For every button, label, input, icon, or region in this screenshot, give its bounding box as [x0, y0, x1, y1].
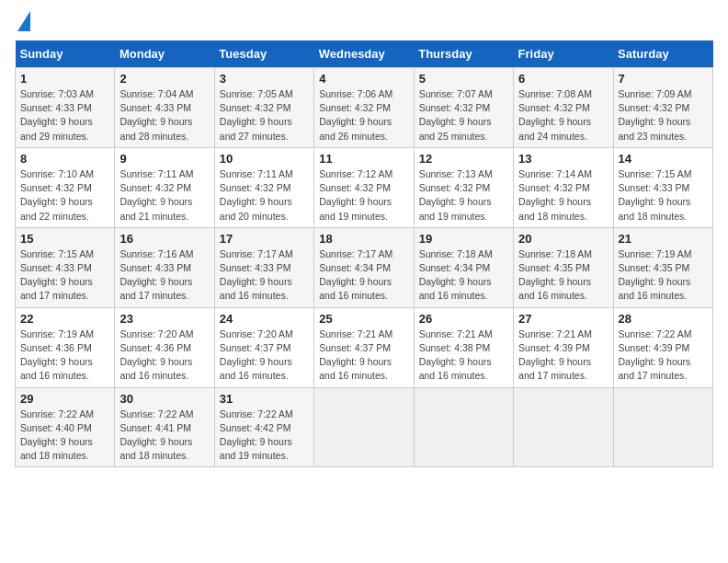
day-info: Sunrise: 7:21 AM Sunset: 4:37 PM Dayligh…	[319, 327, 408, 384]
day-info: Sunrise: 7:16 AM Sunset: 4:33 PM Dayligh…	[119, 247, 209, 304]
day-cell	[514, 387, 613, 467]
day-number: 7	[619, 72, 708, 86]
day-info: Sunrise: 7:17 AM Sunset: 4:34 PM Dayligh…	[319, 247, 408, 304]
header-cell-saturday: Saturday	[613, 40, 712, 68]
week-row-2: 8 Sunrise: 7:10 AM Sunset: 4:32 PM Dayli…	[16, 147, 713, 227]
day-number: 25	[319, 312, 408, 326]
day-info: Sunrise: 7:04 AM Sunset: 4:33 PM Dayligh…	[119, 87, 209, 144]
day-cell: 24 Sunrise: 7:20 AM Sunset: 4:37 PM Dayl…	[214, 307, 313, 387]
day-info: Sunrise: 7:15 AM Sunset: 4:33 PM Dayligh…	[20, 247, 109, 304]
day-info: Sunrise: 7:10 AM Sunset: 4:32 PM Dayligh…	[20, 167, 109, 224]
day-number: 29	[20, 392, 109, 406]
calendar-header: SundayMondayTuesdayWednesdayThursdayFrid…	[16, 40, 713, 68]
day-cell: 4 Sunrise: 7:06 AM Sunset: 4:32 PM Dayli…	[314, 68, 414, 148]
day-number: 22	[20, 312, 109, 326]
day-cell: 6 Sunrise: 7:08 AM Sunset: 4:32 PM Dayli…	[514, 68, 613, 148]
day-number: 17	[220, 232, 309, 246]
day-info: Sunrise: 7:22 AM Sunset: 4:40 PM Dayligh…	[20, 408, 109, 464]
day-number: 14	[619, 152, 708, 166]
day-cell: 9 Sunrise: 7:11 AM Sunset: 4:32 PM Dayli…	[115, 147, 214, 227]
day-number: 5	[419, 72, 508, 86]
day-info: Sunrise: 7:19 AM Sunset: 4:35 PM Dayligh…	[619, 247, 708, 304]
day-cell: 29 Sunrise: 7:22 AM Sunset: 4:40 PM Dayl…	[16, 387, 115, 467]
day-cell: 3 Sunrise: 7:05 AM Sunset: 4:32 PM Dayli…	[214, 68, 313, 148]
day-info: Sunrise: 7:03 AM Sunset: 4:33 PM Dayligh…	[20, 87, 109, 144]
day-info: Sunrise: 7:12 AM Sunset: 4:32 PM Dayligh…	[319, 167, 408, 224]
logo	[15, 15, 30, 31]
day-cell: 13 Sunrise: 7:14 AM Sunset: 4:32 PM Dayl…	[514, 147, 613, 227]
day-number: 26	[419, 312, 508, 326]
day-info: Sunrise: 7:17 AM Sunset: 4:33 PM Dayligh…	[220, 247, 309, 304]
header-cell-friday: Friday	[514, 40, 613, 68]
day-cell: 7 Sunrise: 7:09 AM Sunset: 4:32 PM Dayli…	[613, 68, 712, 148]
day-number: 27	[518, 312, 608, 326]
day-info: Sunrise: 7:11 AM Sunset: 4:32 PM Dayligh…	[220, 167, 309, 224]
day-number: 10	[220, 152, 309, 166]
day-number: 3	[220, 72, 309, 86]
day-cell: 1 Sunrise: 7:03 AM Sunset: 4:33 PM Dayli…	[16, 68, 115, 148]
day-cell: 21 Sunrise: 7:19 AM Sunset: 4:35 PM Dayl…	[613, 227, 712, 307]
day-number: 2	[119, 72, 209, 86]
day-cell: 31 Sunrise: 7:22 AM Sunset: 4:42 PM Dayl…	[214, 387, 313, 467]
day-cell: 23 Sunrise: 7:20 AM Sunset: 4:36 PM Dayl…	[115, 307, 214, 387]
day-cell: 15 Sunrise: 7:15 AM Sunset: 4:33 PM Dayl…	[16, 227, 115, 307]
day-number: 9	[119, 152, 209, 166]
page-header	[15, 15, 713, 31]
day-number: 15	[20, 232, 109, 246]
day-number: 24	[220, 312, 309, 326]
logo-triangle-icon	[17, 11, 30, 31]
day-info: Sunrise: 7:21 AM Sunset: 4:39 PM Dayligh…	[518, 327, 608, 384]
week-row-1: 1 Sunrise: 7:03 AM Sunset: 4:33 PM Dayli…	[16, 68, 713, 148]
day-cell: 2 Sunrise: 7:04 AM Sunset: 4:33 PM Dayli…	[115, 68, 214, 148]
day-cell: 17 Sunrise: 7:17 AM Sunset: 4:33 PM Dayl…	[214, 227, 313, 307]
day-number: 31	[220, 392, 309, 406]
day-info: Sunrise: 7:09 AM Sunset: 4:32 PM Dayligh…	[619, 87, 708, 144]
day-info: Sunrise: 7:07 AM Sunset: 4:32 PM Dayligh…	[419, 87, 508, 144]
day-cell: 10 Sunrise: 7:11 AM Sunset: 4:32 PM Dayl…	[214, 147, 313, 227]
week-row-4: 22 Sunrise: 7:19 AM Sunset: 4:36 PM Dayl…	[16, 307, 713, 387]
day-info: Sunrise: 7:14 AM Sunset: 4:32 PM Dayligh…	[518, 167, 608, 224]
day-info: Sunrise: 7:20 AM Sunset: 4:36 PM Dayligh…	[119, 327, 209, 384]
header-cell-thursday: Thursday	[414, 40, 513, 68]
day-cell: 26 Sunrise: 7:21 AM Sunset: 4:38 PM Dayl…	[414, 307, 513, 387]
calendar-body: 1 Sunrise: 7:03 AM Sunset: 4:33 PM Dayli…	[16, 68, 713, 467]
day-cell: 27 Sunrise: 7:21 AM Sunset: 4:39 PM Dayl…	[514, 307, 613, 387]
day-cell	[414, 387, 513, 467]
day-cell: 28 Sunrise: 7:22 AM Sunset: 4:39 PM Dayl…	[613, 307, 712, 387]
day-number: 18	[319, 232, 408, 246]
header-cell-tuesday: Tuesday	[214, 40, 313, 68]
day-number: 13	[518, 152, 608, 166]
day-info: Sunrise: 7:22 AM Sunset: 4:41 PM Dayligh…	[119, 408, 209, 464]
day-number: 30	[119, 392, 209, 406]
day-info: Sunrise: 7:18 AM Sunset: 4:34 PM Dayligh…	[419, 247, 508, 304]
day-info: Sunrise: 7:19 AM Sunset: 4:36 PM Dayligh…	[20, 327, 109, 384]
day-cell: 8 Sunrise: 7:10 AM Sunset: 4:32 PM Dayli…	[16, 147, 115, 227]
day-info: Sunrise: 7:08 AM Sunset: 4:32 PM Dayligh…	[518, 87, 608, 144]
week-row-3: 15 Sunrise: 7:15 AM Sunset: 4:33 PM Dayl…	[16, 227, 713, 307]
day-cell: 22 Sunrise: 7:19 AM Sunset: 4:36 PM Dayl…	[16, 307, 115, 387]
day-info: Sunrise: 7:18 AM Sunset: 4:35 PM Dayligh…	[518, 247, 608, 304]
day-cell: 16 Sunrise: 7:16 AM Sunset: 4:33 PM Dayl…	[115, 227, 214, 307]
day-cell: 18 Sunrise: 7:17 AM Sunset: 4:34 PM Dayl…	[314, 227, 414, 307]
day-cell	[613, 387, 712, 467]
day-info: Sunrise: 7:15 AM Sunset: 4:33 PM Dayligh…	[619, 167, 708, 224]
day-info: Sunrise: 7:22 AM Sunset: 4:42 PM Dayligh…	[220, 408, 309, 464]
day-cell: 30 Sunrise: 7:22 AM Sunset: 4:41 PM Dayl…	[115, 387, 214, 467]
day-number: 1	[20, 72, 109, 86]
day-number: 28	[619, 312, 708, 326]
day-info: Sunrise: 7:13 AM Sunset: 4:32 PM Dayligh…	[419, 167, 508, 224]
day-cell: 12 Sunrise: 7:13 AM Sunset: 4:32 PM Dayl…	[414, 147, 513, 227]
day-info: Sunrise: 7:11 AM Sunset: 4:32 PM Dayligh…	[119, 167, 209, 224]
day-info: Sunrise: 7:20 AM Sunset: 4:37 PM Dayligh…	[220, 327, 309, 384]
day-number: 20	[518, 232, 608, 246]
day-number: 23	[119, 312, 209, 326]
header-cell-wednesday: Wednesday	[314, 40, 414, 68]
calendar-table: SundayMondayTuesdayWednesdayThursdayFrid…	[15, 40, 713, 467]
day-cell: 19 Sunrise: 7:18 AM Sunset: 4:34 PM Dayl…	[414, 227, 513, 307]
header-cell-sunday: Sunday	[16, 40, 115, 68]
day-cell	[314, 387, 414, 467]
day-number: 16	[119, 232, 209, 246]
week-row-5: 29 Sunrise: 7:22 AM Sunset: 4:40 PM Dayl…	[16, 387, 713, 467]
day-info: Sunrise: 7:06 AM Sunset: 4:32 PM Dayligh…	[319, 87, 408, 144]
day-number: 6	[518, 72, 608, 86]
